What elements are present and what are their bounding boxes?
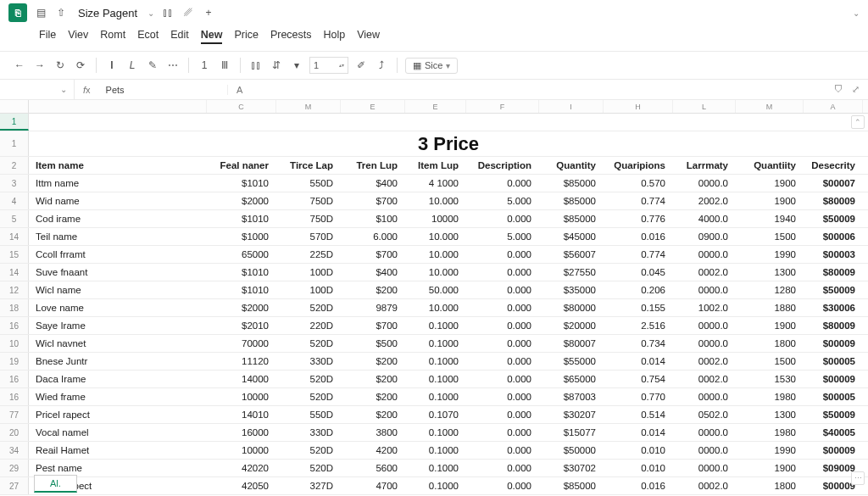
row-number[interactable]: 20 <box>0 424 29 441</box>
cell[interactable]: 10.000 <box>405 192 466 209</box>
cell[interactable]: 5600 <box>341 460 405 476</box>
cell[interactable]: 0.016 <box>604 477 673 494</box>
cell[interactable]: 5.000 <box>466 192 539 209</box>
column-header-cell[interactable]: Item name <box>29 157 207 174</box>
cell[interactable]: Daca Irame <box>29 371 207 387</box>
cell[interactable]: 0.1000 <box>405 335 466 352</box>
options-button[interactable]: ⋯ <box>851 471 865 485</box>
cell[interactable]: 10.000 <box>405 299 466 316</box>
cell[interactable]: 327D <box>276 477 341 494</box>
column-header-cell[interactable]: Item Lup <box>405 157 466 174</box>
cell[interactable]: $00007 <box>804 175 863 192</box>
brush-icon[interactable]: ✎ <box>145 58 160 73</box>
cell[interactable]: $1000 <box>207 228 276 245</box>
cell[interactable]: 0002.0 <box>673 477 736 494</box>
cell[interactable]: 10000 <box>405 210 466 227</box>
cell[interactable]: 1530 <box>736 371 804 387</box>
cell[interactable]: 14010 <box>207 406 276 423</box>
cell[interactable]: $15077 <box>539 424 604 441</box>
add-tab-icon[interactable]: + <box>202 6 215 20</box>
row-number[interactable]: 1 <box>0 114 29 131</box>
row-number[interactable]: 1 <box>0 131 29 156</box>
cell[interactable]: 70000 <box>207 335 276 352</box>
row-number[interactable]: 16 <box>0 317 29 334</box>
chart-icon[interactable]: ⫿⫿ <box>161 6 175 20</box>
cell[interactable]: 1900 <box>736 317 804 334</box>
cell[interactable]: $2000 <box>207 192 276 209</box>
cell[interactable]: 0.000 <box>466 264 539 281</box>
column-header-cell[interactable]: Quaripions <box>604 157 673 174</box>
cell[interactable]: $27550 <box>539 264 604 281</box>
cell[interactable]: 1300 <box>736 264 804 281</box>
cell[interactable]: $55000 <box>539 353 604 370</box>
cell[interactable]: 10000 <box>207 442 276 459</box>
cell[interactable]: $1010 <box>207 264 276 281</box>
column-header-cell[interactable]: Quantiity <box>736 157 804 174</box>
column-header[interactable] <box>29 100 207 113</box>
row-number[interactable]: 16 <box>0 371 29 387</box>
row-number[interactable]: 2 <box>0 157 29 174</box>
cell[interactable]: 0502.0 <box>673 406 736 423</box>
cell[interactable]: $1010 <box>207 175 276 192</box>
menu-edit[interactable]: Edit <box>170 29 189 44</box>
cell[interactable]: 0.774 <box>604 192 673 209</box>
column-header[interactable]: M <box>276 100 341 113</box>
cell[interactable]: $1010 <box>207 210 276 227</box>
cell[interactable]: 0000.0 <box>673 175 736 192</box>
chevron-down-icon[interactable]: ⌄ <box>147 8 154 18</box>
zoom-stepper[interactable]: 1 ▴▾ <box>309 57 348 74</box>
cell[interactable]: 0002.0 <box>673 353 736 370</box>
cell[interactable]: $400 <box>341 175 405 192</box>
menu-new[interactable]: New <box>201 29 223 44</box>
cell[interactable]: $200 <box>341 281 405 298</box>
cell[interactable]: 1500 <box>736 228 804 245</box>
cell[interactable]: $50000 <box>539 442 604 459</box>
cell[interactable]: $200 <box>341 371 405 387</box>
row-number[interactable]: 18 <box>0 299 29 316</box>
row-number[interactable]: 14 <box>0 228 29 245</box>
cell[interactable]: 0.000 <box>466 442 539 459</box>
cell[interactable]: $80000 <box>539 299 604 316</box>
cell[interactable]: 9879 <box>341 299 405 316</box>
row-number[interactable]: 19 <box>0 353 29 370</box>
cell[interactable]: 0000.0 <box>673 460 736 476</box>
column-header[interactable]: I <box>539 100 604 113</box>
cell[interactable]: $00003 <box>804 246 863 263</box>
cell[interactable]: Bnese Juntr <box>29 353 207 370</box>
bold-icon[interactable]: I <box>104 58 120 73</box>
size-dropdown[interactable]: ▦ Sice ▾ <box>405 58 458 74</box>
cell[interactable]: 520D <box>276 460 341 476</box>
cell[interactable]: $400 <box>341 264 405 281</box>
select-all-corner[interactable] <box>0 100 29 113</box>
cell[interactable]: $45000 <box>539 228 604 245</box>
cell[interactable]: $85000 <box>539 210 604 227</box>
row-number[interactable]: 34 <box>0 442 29 459</box>
cell[interactable]: Suve fnaant <box>29 264 207 281</box>
cell[interactable]: $1010 <box>207 281 276 298</box>
cell[interactable]: $85000 <box>539 175 604 192</box>
cell[interactable]: $30702 <box>539 460 604 476</box>
cell[interactable]: 2.516 <box>604 317 673 334</box>
cell[interactable]: $85000 <box>539 477 604 494</box>
chart-tool-icon[interactable]: ⫿⫿ <box>248 58 264 73</box>
cell[interactable]: Ittm name <box>29 175 207 192</box>
menu-file[interactable]: File <box>39 29 56 44</box>
cell[interactable]: 42020 <box>207 460 276 476</box>
cell[interactable]: 1980 <box>736 424 804 441</box>
cell[interactable]: 0.000 <box>466 281 539 298</box>
cell[interactable]: 0.000 <box>466 424 539 441</box>
cell[interactable]: 0.1000 <box>405 460 466 476</box>
sheet-tab-active[interactable]: Al. <box>34 475 77 493</box>
row-number[interactable]: 5 <box>0 210 29 227</box>
cell[interactable]: 0.000 <box>466 210 539 227</box>
cell[interactable]: 0.155 <box>604 299 673 316</box>
more-icon[interactable]: ⋯ <box>165 58 181 73</box>
cell[interactable]: Vocal namel <box>29 424 207 441</box>
cell[interactable]: $80007 <box>539 335 604 352</box>
column-header[interactable]: E <box>341 100 405 113</box>
stepper-arrows-icon[interactable]: ▴▾ <box>339 63 344 68</box>
cell[interactable]: 0.010 <box>604 460 673 476</box>
cell[interactable]: $80009 <box>804 317 863 334</box>
cell[interactable]: 5.000 <box>466 228 539 245</box>
cell[interactable]: 0.206 <box>604 281 673 298</box>
